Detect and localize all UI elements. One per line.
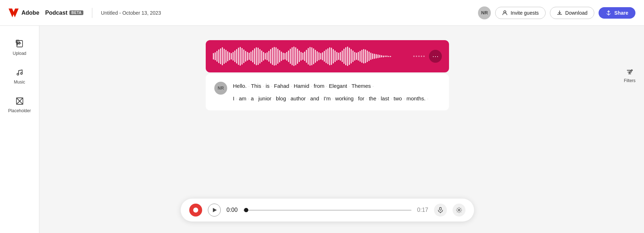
header-divider bbox=[92, 8, 92, 18]
settings-icon bbox=[456, 207, 462, 213]
placeholder-label: Placeholder bbox=[8, 108, 31, 113]
word: I bbox=[233, 95, 234, 101]
svg-point-0 bbox=[504, 11, 506, 13]
progress-track[interactable] bbox=[243, 210, 411, 211]
word: Fahad bbox=[274, 83, 289, 89]
beta-badge: BETA bbox=[69, 10, 83, 15]
user-avatar: NR bbox=[478, 6, 491, 19]
word: months. bbox=[406, 95, 425, 101]
upload-label: Upload bbox=[13, 51, 26, 56]
word: blog bbox=[276, 95, 286, 101]
upload-icon bbox=[15, 39, 25, 49]
microphone-button[interactable] bbox=[434, 204, 447, 217]
waveform-dots bbox=[413, 56, 425, 57]
placeholder-icon bbox=[15, 96, 25, 106]
word: a bbox=[251, 95, 254, 101]
person-icon bbox=[502, 10, 508, 16]
transcript-line-1: Hello. · This · is · Fahad · Hamid · fro… bbox=[233, 81, 429, 91]
download-icon bbox=[557, 10, 562, 16]
audio-track: ⋯ bbox=[206, 40, 449, 72]
speaker-avatar: NR bbox=[214, 82, 227, 95]
share-button[interactable]: Share bbox=[599, 7, 635, 19]
share-icon bbox=[606, 10, 611, 16]
filters-button[interactable]: Filters bbox=[621, 65, 639, 86]
header: Adobe Podcast BETA Untitled - October 13… bbox=[0, 0, 644, 26]
adobe-logo-icon bbox=[9, 8, 19, 18]
filters-icon bbox=[626, 68, 634, 76]
transcript-line-2: I · am · a · junior · blog · author · an… bbox=[233, 94, 429, 103]
right-panel: Filters bbox=[615, 26, 644, 233]
word: the bbox=[369, 95, 376, 101]
word: two bbox=[394, 95, 402, 101]
word: I'm bbox=[324, 95, 331, 101]
bottom-player: 0:00 0:17 bbox=[181, 199, 474, 222]
sidebar-item-music[interactable]: Music bbox=[4, 63, 36, 89]
logo: Adobe Podcast BETA bbox=[9, 8, 83, 18]
word: last bbox=[381, 95, 389, 101]
settings-button[interactable] bbox=[453, 204, 465, 217]
main-layout: Upload Music Placeholder bbox=[0, 26, 644, 233]
word: for bbox=[358, 95, 365, 101]
music-icon bbox=[15, 67, 25, 77]
transcript-row: NR Hello. · This · is · Fahad · Hamid · bbox=[206, 74, 449, 110]
time-current: 0:00 bbox=[226, 207, 238, 213]
word: working bbox=[335, 95, 354, 101]
word: Themes bbox=[351, 83, 371, 89]
invite-guests-button[interactable]: Invite guests bbox=[495, 7, 546, 19]
microphone-icon bbox=[437, 207, 444, 213]
transcript-text: Hello. · This · is · Fahad · Hamid · fro… bbox=[233, 81, 429, 103]
svg-point-4 bbox=[20, 73, 22, 75]
word: Hello. bbox=[233, 83, 247, 89]
app-name: Adobe Podcast BETA bbox=[21, 10, 83, 16]
track-menu-button[interactable]: ⋯ bbox=[429, 50, 442, 63]
adobe-text: Adobe bbox=[21, 10, 39, 16]
header-actions: NR Invite guests Download Share bbox=[478, 6, 635, 19]
time-total: 0:17 bbox=[417, 207, 428, 213]
word: author bbox=[291, 95, 306, 101]
filters-label: Filters bbox=[624, 78, 636, 83]
sidebar-item-placeholder[interactable]: Placeholder bbox=[4, 92, 36, 118]
word: is bbox=[265, 83, 269, 89]
play-button[interactable] bbox=[208, 204, 221, 217]
download-button[interactable]: Download bbox=[550, 7, 594, 19]
content-area: ⋯ NR Hello. · This · is · Fahad · bbox=[39, 26, 615, 233]
document-title: Untitled - October 13, 2023 bbox=[101, 10, 472, 16]
svg-point-7 bbox=[458, 209, 460, 211]
word: Elegant bbox=[329, 83, 347, 89]
music-label: Music bbox=[14, 80, 25, 85]
waveform bbox=[213, 46, 412, 67]
svg-point-3 bbox=[17, 73, 19, 75]
word: This bbox=[251, 83, 261, 89]
svg-rect-6 bbox=[440, 208, 441, 210]
sidebar: Upload Music Placeholder bbox=[0, 26, 39, 233]
word: junior bbox=[258, 95, 272, 101]
record-dot bbox=[193, 208, 198, 213]
word: from bbox=[314, 83, 325, 89]
sidebar-item-upload[interactable]: Upload bbox=[4, 34, 36, 60]
podcast-text: Podcast bbox=[45, 10, 67, 16]
transcript-container: NR Hello. · This · is · Fahad · Hamid · bbox=[206, 72, 449, 110]
progress-thumb bbox=[244, 208, 248, 212]
play-icon bbox=[213, 208, 217, 212]
word: and bbox=[310, 95, 319, 101]
record-button[interactable] bbox=[189, 204, 202, 217]
word: Hamid bbox=[294, 83, 309, 89]
word: am bbox=[239, 95, 247, 101]
